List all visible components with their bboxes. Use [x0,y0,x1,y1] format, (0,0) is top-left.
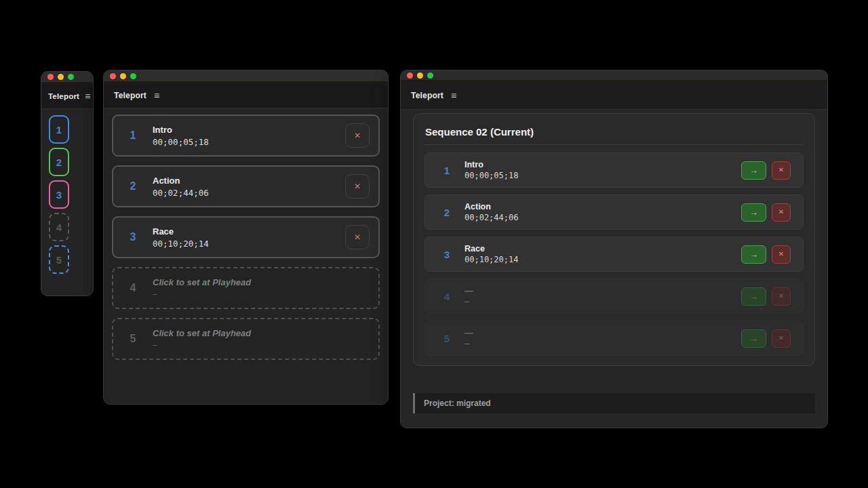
hamburger-menu-icon[interactable]: ≡ [85,92,90,101]
mini-slot-1[interactable]: 1 [49,115,69,144]
slot-empty-dash: – [153,340,251,350]
hamburger-menu-icon[interactable]: ≡ [451,91,456,100]
mini-slot-list: 1 2 3 4 5 [41,109,93,274]
arrow-right-icon: → [749,166,758,175]
slot-timecode: 00;10;20;14 [153,239,209,249]
clear-icon: ✕ [354,182,361,191]
slot-info: Click to set at Playhead – [153,328,251,350]
slot-info: Intro 00;00;05;18 [153,125,209,147]
slot-number: 2 [56,157,62,168]
slot-info: Intro 00;00;05;18 [465,160,518,180]
slot-number: 1 [56,124,62,136]
delete-marker-button[interactable]: ✕ [772,203,791,222]
app-header: Teleport ≡ [104,83,388,108]
slot-info: Race 00;10;20;14 [153,226,209,249]
delete-marker-button[interactable]: ✕ [772,329,791,348]
mini-slot-2[interactable]: 2 [49,148,69,176]
app-title: Teleport [114,91,146,100]
slot-timecode: 00;02;44;06 [465,213,518,222]
sequence-row-4[interactable]: 4 — – → ✕ [425,279,804,314]
slot-info: Click to set at Playhead – [153,277,251,299]
slot-timecode: – [465,297,473,306]
mini-slot-3[interactable]: 3 [49,180,69,209]
slot-placeholder: Click to set at Playhead [153,328,251,338]
slot-number: 5 [441,333,452,344]
close-window-button[interactable] [47,74,54,80]
slot-title: Action [465,202,518,211]
zoom-window-button[interactable] [68,74,74,80]
clear-slot-button[interactable]: ✕ [345,225,370,249]
slot-card-5[interactable]: 5 Click to set at Playhead – [112,318,380,360]
clear-icon: ✕ [778,293,784,300]
slot-card-3[interactable]: 3 Race 00;10;20;14 ✕ [112,216,380,258]
delete-marker-button[interactable]: ✕ [772,161,791,180]
minimize-window-button[interactable] [120,73,126,79]
slot-info: Action 00;02;44;06 [465,202,518,222]
teleport-mini-window: Teleport ≡ 1 2 3 4 5 [41,71,94,296]
zoom-window-button[interactable] [130,73,136,79]
mini-slot-5[interactable]: 5 [49,245,69,274]
slot-info: — – [465,286,473,306]
slot-number: 4 [56,222,62,233]
arrow-right-icon: → [749,250,758,259]
arrow-right-icon: → [749,292,758,301]
slot-info: — – [465,328,473,348]
slot-number: 5 [56,254,62,266]
slot-card-4[interactable]: 4 Click to set at Playhead – [112,267,380,309]
slot-card-2[interactable]: 2 Action 00;02;44;06 ✕ [112,165,380,207]
go-to-marker-button[interactable]: → [741,287,766,306]
status-bar: Project: migrated [413,393,815,413]
slot-card-1[interactable]: 1 Intro 00;00;05;18 ✕ [112,115,380,157]
slot-timecode: 00;00;05;18 [153,137,209,147]
slot-info: Action 00;02;44;06 [153,176,209,198]
slot-empty-dash: – [153,289,251,299]
clear-icon: ✕ [778,251,784,258]
go-to-marker-button[interactable]: → [741,329,766,348]
delete-marker-button[interactable]: ✕ [772,287,791,306]
slot-placeholder: Click to set at Playhead [153,277,251,287]
go-to-marker-button[interactable]: → [741,161,766,180]
minimize-window-button[interactable] [58,74,64,80]
go-to-marker-button[interactable]: → [741,245,766,264]
arrow-right-icon: → [749,208,758,217]
clear-slot-button[interactable]: ✕ [345,123,370,148]
titlebar[interactable] [104,70,388,83]
sequence-row-3[interactable]: 3 Race 00;10;20;14 → ✕ [425,237,804,272]
titlebar[interactable] [41,72,93,83]
hamburger-menu-icon[interactable]: ≡ [154,91,159,100]
slot-timecode: 00;10;20;14 [465,255,518,264]
sequence-row-1[interactable]: 1 Intro 00;00;05;18 → ✕ [425,152,804,188]
slot-info: Race 00;10;20;14 [465,244,518,264]
clear-slot-button[interactable]: ✕ [345,174,370,199]
slot-number: 3 [113,231,153,243]
slot-title: — [465,286,473,296]
slot-number: 2 [441,207,452,218]
go-to-marker-button[interactable]: → [741,203,766,222]
slot-title: Action [153,176,209,186]
close-window-button[interactable] [407,73,413,79]
slot-title: — [465,328,473,338]
sequence-row-2[interactable]: 2 Action 00;02;44;06 → ✕ [425,195,804,230]
slot-card-list: 1 Intro 00;00;05;18 ✕ 2 Action 00;02;44;… [104,108,388,360]
desktop: Teleport ≡ 1 2 3 4 5 [0,0,868,488]
sequence-heading: Sequence 02 (Current) [425,126,804,138]
titlebar[interactable] [401,70,827,81]
app-title: Teleport [48,92,79,100]
slot-number: 3 [56,189,62,201]
clear-icon: ✕ [354,232,361,242]
slot-timecode: 00;02;44;06 [153,188,209,198]
zoom-window-button[interactable] [427,73,433,79]
close-window-button[interactable] [110,73,116,79]
slot-number: 4 [113,282,153,294]
mini-slot-4[interactable]: 4 [49,213,69,241]
delete-marker-button[interactable]: ✕ [772,245,791,264]
slot-number: 4 [441,291,452,302]
sequence-row-5[interactable]: 5 — – → ✕ [425,321,804,356]
slot-title: Intro [153,125,209,135]
slot-number: 1 [441,165,452,176]
minimize-window-button[interactable] [417,73,423,79]
slot-timecode: 00;00;05;18 [465,171,518,180]
slot-number: 5 [113,333,153,345]
heading-divider [425,144,804,145]
clear-icon: ✕ [778,335,784,342]
